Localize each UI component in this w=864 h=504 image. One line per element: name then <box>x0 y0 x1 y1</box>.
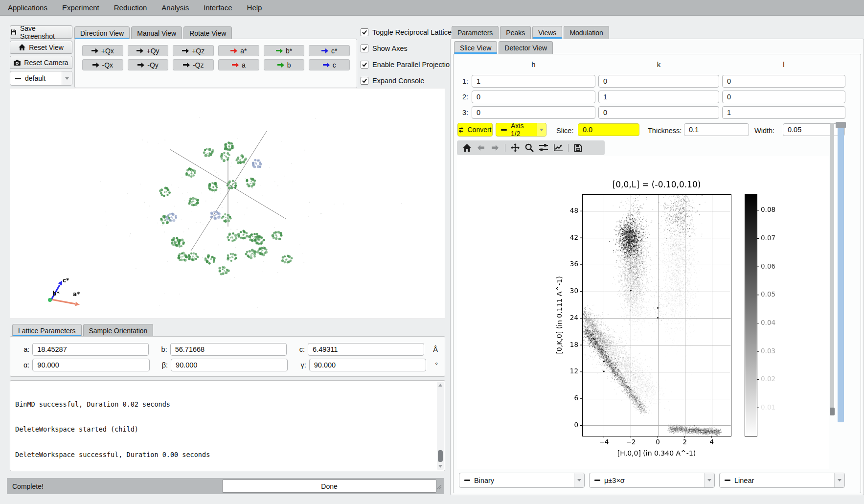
crystal-3d-viewport[interactable] <box>10 88 445 319</box>
matrix-l1-field[interactable] <box>722 75 845 88</box>
progress-label: Done <box>321 482 337 490</box>
tab-slice-view[interactable]: Slice View <box>454 41 497 54</box>
tab-detector-view[interactable]: Detector View <box>499 41 553 54</box>
direction-button-c-star[interactable]: c* <box>309 45 350 56</box>
slice-scrollbar-handle[interactable] <box>830 408 835 415</box>
menu-help[interactable]: Help <box>247 3 262 12</box>
alpha-field[interactable] <box>32 359 149 371</box>
slice-field[interactable] <box>578 123 639 136</box>
checkbox-checked-icon[interactable] <box>361 45 368 52</box>
direction-view-panel: +Qx +Qy +Qz a* b* c* -Qx -Qy -Qz a b c <box>74 39 357 88</box>
viewport-3d-canvas[interactable] <box>10 89 445 318</box>
dash-icon <box>464 480 470 481</box>
log-console[interactable]: BinMD successful, Duration 0.02 seconds … <box>10 380 445 471</box>
thickness-label: Thickness: <box>648 124 682 137</box>
menu-applications[interactable]: Applications <box>8 3 47 12</box>
dropdown-arrow[interactable] <box>834 473 844 487</box>
l-column-header: l <box>722 60 845 69</box>
dropdown-arrow[interactable] <box>62 71 72 85</box>
slice-scrollbar-track[interactable] <box>830 123 834 415</box>
direction-button-minus-qx[interactable]: -Qx <box>82 59 123 70</box>
option-enable-parallel-projection[interactable]: Enable Parallel Projection <box>361 61 454 69</box>
thickness-field[interactable] <box>684 123 749 136</box>
matrix-h1-field[interactable] <box>472 75 595 88</box>
reset-camera-button[interactable]: Reset Camera <box>10 56 72 69</box>
normalization-dropdown[interactable]: Linear <box>719 473 845 488</box>
home-icon[interactable] <box>463 144 471 152</box>
tab-peaks[interactable]: Peaks <box>500 26 531 39</box>
direction-button-plus-qx[interactable]: +Qx <box>82 45 123 56</box>
reset-view-button[interactable]: Reset View <box>10 41 72 54</box>
back-arrow-icon[interactable] <box>477 144 485 151</box>
resize-grip-icon[interactable] <box>436 483 442 491</box>
forward-arrow-icon[interactable] <box>491 144 500 151</box>
matrix-l2-field[interactable] <box>722 91 845 103</box>
menu-interface[interactable]: Interface <box>204 3 232 12</box>
slice-slider-handle[interactable] <box>836 122 846 128</box>
matrix-h2-field[interactable] <box>472 91 595 103</box>
tab-sample-orientation[interactable]: Sample Orientation <box>83 324 154 337</box>
tab-modulation[interactable]: Modulation <box>564 26 609 39</box>
menu-reduction[interactable]: Reduction <box>114 3 147 12</box>
matrix-k2-field[interactable] <box>598 91 719 103</box>
checkbox-checked-icon[interactable] <box>361 61 368 69</box>
option-expand-console[interactable]: Expand Console <box>361 77 454 85</box>
tab-views[interactable]: Views <box>532 26 562 39</box>
matrix-l3-field[interactable] <box>722 106 845 119</box>
save-screenshot-button[interactable]: Save Screenshot <box>10 25 72 39</box>
save-figure-icon[interactable] <box>574 144 582 152</box>
subplots-settings-icon[interactable] <box>539 144 548 152</box>
tab-lattice-parameters[interactable]: Lattice Parameters <box>12 324 82 337</box>
checkbox-checked-icon[interactable] <box>361 28 368 36</box>
colormap-dropdown[interactable]: Binary <box>459 473 585 488</box>
pan-icon[interactable] <box>511 143 520 152</box>
scroll-down-icon[interactable] <box>438 465 442 468</box>
menu-experiment[interactable]: Experiment <box>62 3 99 12</box>
a-field[interactable] <box>32 343 149 356</box>
row1-label: 1: <box>457 75 468 88</box>
tab-parameters[interactable]: Parameters <box>452 26 499 39</box>
direction-button-b[interactable]: b <box>264 59 305 70</box>
zoom-icon[interactable] <box>525 143 534 152</box>
matrix-h3-field[interactable] <box>472 106 595 119</box>
slice-slider-track[interactable] <box>838 123 844 422</box>
dropdown-arrow[interactable] <box>574 473 584 487</box>
axis-dropdown[interactable]: Axis 1/2 <box>496 123 546 137</box>
gamma-field[interactable] <box>309 359 426 371</box>
direction-button-a[interactable]: a <box>218 59 259 70</box>
b-field[interactable] <box>170 343 287 356</box>
gamma-label: γ: <box>294 361 306 369</box>
scroll-up-icon[interactable] <box>438 384 442 387</box>
direction-button-plus-qy[interactable]: +Qy <box>128 45 169 56</box>
direction-button-plus-qz[interactable]: +Qz <box>173 45 214 56</box>
tab-manual-view[interactable]: Manual View <box>131 26 182 39</box>
matrix-k3-field[interactable] <box>598 106 719 119</box>
direction-button-c[interactable]: c <box>309 59 350 70</box>
direction-button-minus-qy[interactable]: -Qy <box>128 59 169 70</box>
direction-button-minus-qz[interactable]: -Qz <box>173 59 214 70</box>
reset-camera-label: Reset Camera <box>24 59 68 67</box>
matrix-k1-field[interactable] <box>598 75 719 88</box>
console-scrollbar[interactable] <box>437 382 444 470</box>
convert-button[interactable]: Convert <box>457 123 493 137</box>
c-field[interactable] <box>308 343 424 356</box>
dropdown-arrow[interactable] <box>537 123 546 136</box>
tab-rotate-view[interactable]: Rotate View <box>183 26 232 39</box>
scrollbar-thumb[interactable] <box>438 450 443 462</box>
scale-dropdown[interactable]: μ±3×σ <box>589 473 715 488</box>
checkbox-checked-icon[interactable] <box>361 77 368 85</box>
view-mode-tabs: Direction View Manual View Rotate View <box>74 26 232 39</box>
tab-direction-view[interactable]: Direction View <box>74 26 130 39</box>
menu-analysis[interactable]: Analysis <box>161 3 189 12</box>
option-toggle-reciprocal-lattice[interactable]: Toggle Reciprocal Lattice <box>361 28 454 36</box>
slice-plot-canvas[interactable] <box>457 156 829 469</box>
beta-field[interactable] <box>171 359 288 371</box>
direction-button-b-star[interactable]: b* <box>264 45 305 56</box>
status-text: Complete! <box>12 482 44 490</box>
preset-dropdown[interactable]: default <box>10 71 72 86</box>
option-show-axes[interactable]: Show Axes <box>361 45 454 52</box>
chevron-down-icon <box>707 479 711 481</box>
dropdown-arrow[interactable] <box>704 473 714 487</box>
direction-button-a-star[interactable]: a* <box>218 45 259 56</box>
customize-plot-icon[interactable] <box>553 144 563 152</box>
